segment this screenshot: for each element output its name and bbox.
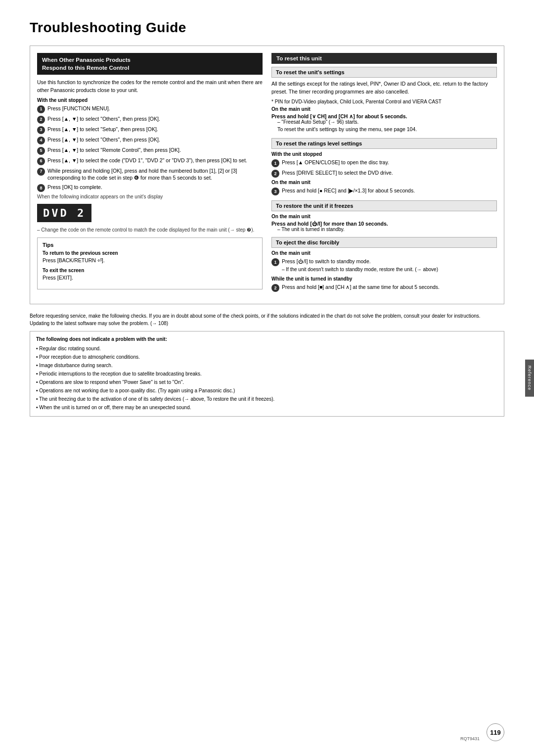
- subsection2-header: To reset the ratings level settings: [271, 138, 497, 149]
- ratings-step-3: 3 Press and hold [● REC] and [▶/×1.3] fo…: [271, 187, 497, 195]
- step-7: 7 While pressing and holding [OK], press…: [37, 167, 263, 182]
- eject-num-2: 2: [271, 284, 279, 292]
- subsection1-header: To reset the unit's settings: [271, 67, 497, 78]
- step-num-6: 6: [37, 157, 45, 165]
- reset-unit-instruction: Press and hold [∨ CH] and [CH ∧] for abo…: [271, 113, 497, 119]
- step-num-2: 2: [37, 116, 45, 124]
- main-content-box: When Other Panasonic Products Respond to…: [30, 46, 504, 304]
- ratings-step-list-2: 3 Press and hold [● REC] and [▶/×1.3] fo…: [271, 187, 497, 195]
- subsection4-header: To eject the disc forcibly: [271, 237, 497, 248]
- ratings-num-3: 3: [271, 188, 279, 195]
- step-num-4: 4: [37, 137, 45, 144]
- with-unit-stopped-label: With the unit stopped: [37, 97, 263, 103]
- tips-exit-label: To exit the screen: [43, 268, 257, 273]
- asterisk-note: * PIN for DVD-Video playback, Child Lock…: [271, 99, 497, 104]
- ratings-step-1: 1 Press [▲ OPEN/CLOSE] to open the disc …: [271, 159, 497, 167]
- eject-if-note: – If the unit doesn't switch to standby …: [282, 266, 438, 273]
- warning-item: • Image disturbance during search.: [36, 362, 498, 369]
- freesat-note: – "Freesat Auto Setup" (→ 96) starts.: [271, 119, 497, 125]
- while-standby: While the unit is turned in standby: [271, 276, 497, 282]
- tips-return-text: Press [BACK/RETURN ⏎].: [43, 257, 257, 265]
- subsection1-body: All the settings except for the ratings …: [271, 80, 497, 96]
- warning-item: • Operations are not working due to a po…: [36, 387, 498, 394]
- ratings-step-2: 2 Press [DRIVE SELECT] to select the DVD…: [271, 169, 497, 178]
- tips-title: Tips: [43, 242, 257, 248]
- right-column: To reset this unit To reset the unit's s…: [271, 53, 497, 297]
- freeze-note: – The unit is turned in standby.: [271, 227, 497, 232]
- restore-freeze-section: To restore the unit if it freezes On the…: [271, 200, 497, 232]
- left-panel-header: When Other Panasonic Products Respond to…: [37, 53, 263, 75]
- eject-step-1: 1 Press [⏻/I] to switch to standby mode.…: [271, 258, 497, 274]
- warning-item: • Poor reception due to atmospheric cond…: [36, 353, 498, 361]
- tips-exit-text: Press [EXIT].: [43, 274, 257, 282]
- eject-step-2: 2 Press and hold [■] and [CH ∧] at the s…: [271, 284, 497, 292]
- change-note: – Change the code on the remote control …: [37, 227, 263, 233]
- display-note: When the following indicator appears on …: [37, 194, 263, 199]
- step-num-3: 3: [37, 126, 45, 134]
- eject-step-list-2: 2 Press and hold [■] and [CH ∧] at the s…: [271, 284, 497, 292]
- freeze-instruction: Press and hold [⏻/I] for more than 10 se…: [271, 221, 497, 227]
- update-note: Updating to the latest software may solv…: [30, 320, 504, 327]
- page-number: 119: [487, 723, 504, 741]
- step-num-1: 1: [37, 105, 45, 113]
- reset-title: To reset this unit: [271, 53, 497, 64]
- warning-box: The following does not indicate a proble…: [30, 331, 504, 417]
- step-num-7: 7: [37, 168, 45, 176]
- warning-item: • Operations are slow to respond when "P…: [36, 378, 498, 386]
- ratings-step-list: 1 Press [▲ OPEN/CLOSE] to open the disc …: [271, 159, 497, 178]
- step-num-8: 8: [37, 184, 45, 192]
- page-title: Troubleshooting Guide: [30, 20, 504, 36]
- warning-item: • The unit freezing due to the activatio…: [36, 395, 498, 403]
- reset-settings-section: To reset the unit's settings All the set…: [271, 67, 497, 133]
- warning-item: • Periodic interruptions to the receptio…: [36, 370, 498, 378]
- before-text: Before requesting service, make the foll…: [30, 312, 504, 320]
- reset-ratings-section: To reset the ratings level settings With…: [271, 138, 497, 195]
- ratings-num-1: 1: [271, 159, 279, 167]
- step-5: 5 Press [▲, ▼] to select "Remote Control…: [37, 146, 263, 155]
- on-main-unit-4: On the main unit: [271, 250, 497, 256]
- eject-num-1: 1: [271, 258, 279, 266]
- warning-list: • Regular disc rotating sound.• Poor rec…: [36, 345, 498, 411]
- model-code: RQT9431: [460, 736, 480, 741]
- step-8: 8 Press [OK] to complete.: [37, 184, 263, 192]
- on-main-unit-2: On the main unit: [271, 180, 497, 185]
- on-main-unit-1: On the main unit: [271, 106, 497, 112]
- reference-tab: Reference: [525, 360, 534, 397]
- ratings-num-2: 2: [271, 170, 279, 178]
- warning-item: • When the unit is turned on or off, the…: [36, 404, 498, 411]
- with-unit-stopped-2: With the unit stopped: [271, 151, 497, 157]
- reset-menu-note: To reset the unit's settings by using th…: [271, 126, 497, 134]
- step-4: 4 Press [▲, ▼] to select "Others", then …: [37, 136, 263, 144]
- step-num-5: 5: [37, 147, 45, 155]
- step-2: 2 Press [▲, ▼] to select "Others", then …: [37, 115, 263, 124]
- eject-step-list: 1 Press [⏻/I] to switch to standby mode.…: [271, 258, 497, 274]
- warning-item: • Regular disc rotating sound.: [36, 345, 498, 352]
- warning-title: The following does not indicate a proble…: [36, 335, 498, 343]
- left-intro: Use this function to synchronize the cod…: [37, 79, 263, 94]
- subsection3-header: To restore the unit if it freezes: [271, 200, 497, 211]
- left-step-list: 1 Press [FUNCTION MENU]. 2 Press [▲, ▼] …: [37, 105, 263, 192]
- tips-return-label: To return to the previous screen: [43, 250, 257, 256]
- on-main-unit-3: On the main unit: [271, 214, 497, 219]
- bottom-section: Before requesting service, make the foll…: [30, 312, 504, 417]
- step-6: 6 Press [▲, ▼] to select the code ("DVD …: [37, 157, 263, 165]
- dvd-display: DVD 2: [37, 204, 91, 222]
- eject-disc-section: To eject the disc forcibly On the main u…: [271, 237, 497, 292]
- tips-box: Tips To return to the previous screen Pr…: [37, 237, 263, 289]
- left-column: When Other Panasonic Products Respond to…: [37, 53, 263, 297]
- step-1: 1 Press [FUNCTION MENU].: [37, 105, 263, 113]
- step-3: 3 Press [▲, ▼] to select "Setup", then p…: [37, 126, 263, 134]
